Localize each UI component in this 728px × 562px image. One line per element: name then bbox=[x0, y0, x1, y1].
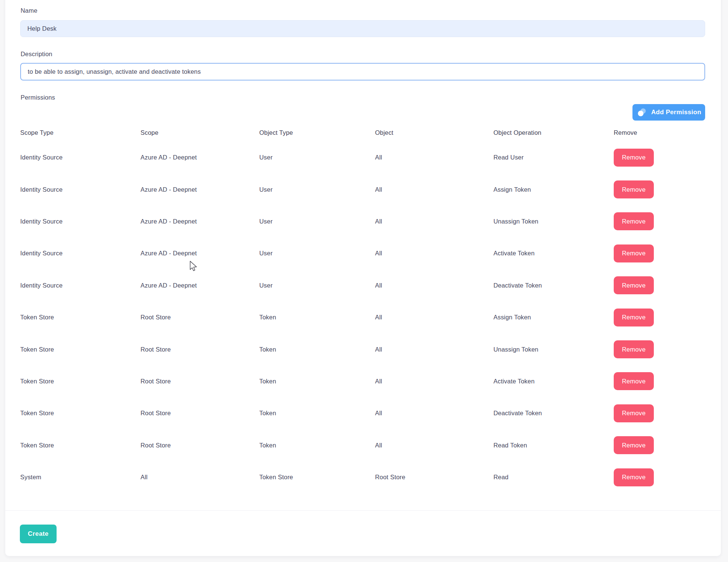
description-label: Description bbox=[21, 51, 52, 58]
form-card: Name Description Permissions Add Permiss… bbox=[5, 0, 721, 556]
cell-object-operation: Read User bbox=[493, 154, 614, 161]
cell-object-type: User bbox=[259, 186, 375, 193]
remove-button[interactable]: Remove bbox=[614, 372, 654, 390]
cell-scope-type: Identity Source bbox=[20, 154, 141, 161]
add-permission-button[interactable]: Add Permission bbox=[632, 104, 705, 121]
permissions-table: Scope Type Scope Object Type Object Obje… bbox=[5, 124, 721, 493]
table-row: Identity Source Azure AD - Deepnet User … bbox=[20, 142, 705, 173]
header-remove: Remove bbox=[614, 129, 705, 136]
cell-object: All bbox=[375, 250, 493, 257]
cell-scope-type: Identity Source bbox=[20, 186, 141, 193]
cell-object: All bbox=[375, 346, 493, 353]
name-input[interactable] bbox=[20, 20, 705, 37]
cell-scope-type: System bbox=[20, 474, 141, 481]
permissions-table-body: Identity Source Azure AD - Deepnet User … bbox=[20, 142, 705, 493]
cell-object-type: Token bbox=[259, 346, 375, 353]
table-row: Token Store Root Store Token All Unassig… bbox=[20, 333, 705, 365]
table-row: Token Store Root Store Token All Deactiv… bbox=[20, 397, 705, 429]
table-row: Token Store Root Store Token All Activat… bbox=[20, 365, 705, 397]
cell-object-operation: Activate Token bbox=[493, 378, 614, 385]
cell-object: All bbox=[375, 314, 493, 321]
permissions-table-header: Scope Type Scope Object Type Object Obje… bbox=[20, 124, 705, 142]
cell-object-type: Token bbox=[259, 314, 375, 321]
cell-scope-type: Identity Source bbox=[20, 282, 141, 289]
table-row: Identity Source Azure AD - Deepnet User … bbox=[20, 206, 705, 237]
cell-object: All bbox=[375, 218, 493, 225]
remove-button[interactable]: Remove bbox=[614, 436, 654, 454]
cell-object-operation: Unassign Token bbox=[493, 218, 614, 225]
cell-object-type: User bbox=[259, 154, 375, 161]
remove-button[interactable]: Remove bbox=[614, 276, 654, 294]
remove-button[interactable]: Remove bbox=[614, 468, 654, 486]
cell-object-operation: Read bbox=[493, 474, 614, 481]
cell-object-type: User bbox=[259, 282, 375, 289]
cell-scope: Azure AD - Deepnet bbox=[141, 186, 259, 193]
cell-object: All bbox=[375, 186, 493, 193]
cell-scope: Azure AD - Deepnet bbox=[141, 218, 259, 225]
cell-scope: Root Store bbox=[141, 410, 259, 417]
cell-object: All bbox=[375, 154, 493, 161]
table-row: Token Store Root Store Token All Assign … bbox=[20, 301, 705, 333]
cell-scope: All bbox=[141, 474, 259, 481]
remove-button[interactable]: Remove bbox=[614, 244, 654, 262]
table-row: Identity Source Azure AD - Deepnet User … bbox=[20, 270, 705, 301]
cell-object-operation: Assign Token bbox=[493, 186, 614, 193]
cell-object-operation: Read Token bbox=[493, 442, 614, 449]
cell-object-type: Token Store bbox=[259, 474, 375, 481]
name-label: Name bbox=[21, 7, 37, 14]
create-button[interactable]: Create bbox=[20, 525, 57, 543]
cell-scope-type: Token Store bbox=[20, 314, 141, 321]
cell-scope: Root Store bbox=[141, 314, 259, 321]
remove-button[interactable]: Remove bbox=[614, 340, 654, 358]
cell-object-type: Token bbox=[259, 410, 375, 417]
table-row: Identity Source Azure AD - Deepnet User … bbox=[20, 173, 705, 205]
cell-object-operation: Assign Token bbox=[493, 314, 614, 321]
page-background: { "form": { "name_label": "Name", "name_… bbox=[0, 0, 728, 562]
remove-button[interactable]: Remove bbox=[614, 212, 654, 230]
table-row: Identity Source Azure AD - Deepnet User … bbox=[20, 237, 705, 269]
permissions-label: Permissions bbox=[21, 94, 55, 101]
header-scope: Scope bbox=[141, 129, 259, 136]
cell-object-type: Token bbox=[259, 442, 375, 449]
cell-scope: Azure AD - Deepnet bbox=[141, 154, 259, 161]
cell-scope-type: Identity Source bbox=[20, 218, 141, 225]
cell-object-operation: Unassign Token bbox=[493, 346, 614, 353]
description-input[interactable] bbox=[20, 63, 705, 80]
header-object: Object bbox=[375, 129, 493, 136]
cell-object-type: Token bbox=[259, 378, 375, 385]
cell-scope: Azure AD - Deepnet bbox=[141, 282, 259, 289]
cell-object-operation: Deactivate Token bbox=[493, 282, 614, 289]
header-scope-type: Scope Type bbox=[20, 129, 141, 136]
cell-object: All bbox=[375, 442, 493, 449]
table-row: Token Store Root Store Token All Read To… bbox=[20, 429, 705, 461]
header-object-operation: Object Operation bbox=[493, 129, 614, 136]
cell-scope: Root Store bbox=[141, 378, 259, 385]
cell-scope: Azure AD - Deepnet bbox=[141, 250, 259, 257]
add-permission-icon bbox=[637, 107, 647, 117]
cell-object-operation: Activate Token bbox=[493, 250, 614, 257]
cell-scope-type: Token Store bbox=[20, 346, 141, 353]
remove-button[interactable]: Remove bbox=[614, 149, 654, 167]
cell-object: All bbox=[375, 378, 493, 385]
cell-object: All bbox=[375, 282, 493, 289]
cell-object: All bbox=[375, 410, 493, 417]
remove-button[interactable]: Remove bbox=[614, 309, 654, 326]
cell-object-type: User bbox=[259, 218, 375, 225]
cell-scope-type: Token Store bbox=[20, 378, 141, 385]
cell-scope: Root Store bbox=[141, 442, 259, 449]
cell-scope-type: Token Store bbox=[20, 442, 141, 449]
cell-object-operation: Deactivate Token bbox=[493, 410, 614, 417]
table-row: System All Token Store Root Store Read R… bbox=[20, 461, 705, 493]
cell-object: Root Store bbox=[375, 474, 493, 481]
footer-divider bbox=[5, 510, 721, 511]
cell-object-type: User bbox=[259, 250, 375, 257]
cell-scope-type: Identity Source bbox=[20, 250, 141, 257]
cell-scope: Root Store bbox=[141, 346, 259, 353]
header-object-type: Object Type bbox=[259, 129, 375, 136]
add-permission-label: Add Permission bbox=[651, 109, 701, 116]
cell-scope-type: Token Store bbox=[20, 410, 141, 417]
remove-button[interactable]: Remove bbox=[614, 180, 654, 198]
remove-button[interactable]: Remove bbox=[614, 404, 654, 422]
